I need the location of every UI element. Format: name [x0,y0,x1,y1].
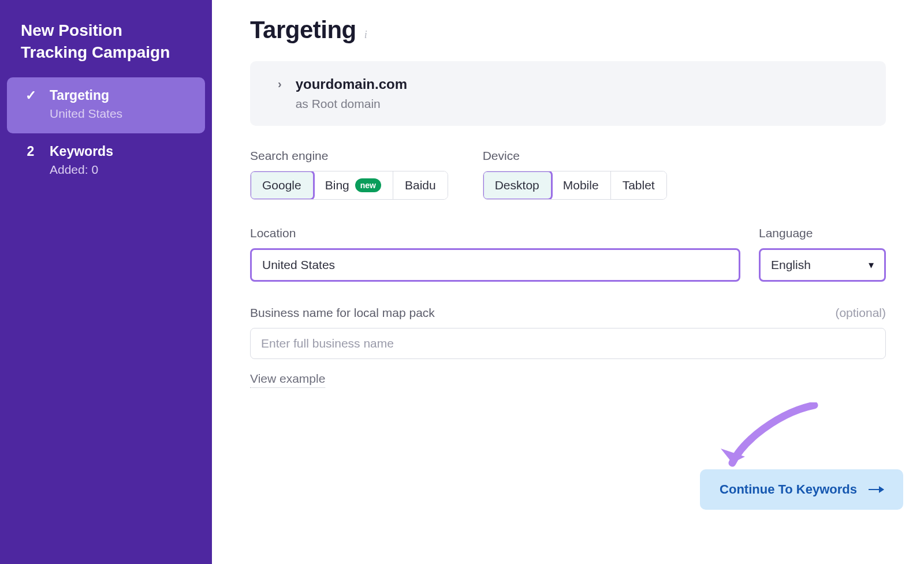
search-engine-block: Search engine Google Bingnew Baidu [250,149,448,200]
annotation-arrow-icon [716,402,826,477]
page-title: Targeting [250,16,356,44]
arrow-right-icon [869,489,884,490]
sidebar-step-keywords[interactable]: 2 Keywords Added: 0 [7,133,205,189]
domain-panel[interactable]: › yourdomain.com as Root domain [250,61,886,126]
device-block: Device Desktop Mobile Tablet [483,149,667,200]
search-engine-option-baidu[interactable]: Baidu [393,171,448,199]
business-name-input[interactable] [250,328,886,359]
language-select[interactable]: English ▾ [759,248,886,282]
device-group: Desktop Mobile Tablet [483,171,667,200]
step-label: Targeting [50,88,122,103]
info-icon[interactable]: i [364,29,367,41]
step-number: 2 [21,144,40,159]
check-icon: ✓ [21,88,40,103]
search-engine-label: Search engine [250,149,448,163]
sidebar-title: New Position Tracking Campaign [0,20,212,77]
new-badge: new [355,178,381,192]
search-engine-option-google[interactable]: Google [251,171,314,199]
business-label: Business name for local map pack [250,306,435,320]
device-option-mobile[interactable]: Mobile [552,171,611,199]
language-label: Language [759,226,886,240]
chevron-down-icon: ▾ [869,259,874,271]
step-sub: Added: 0 [50,163,113,177]
continue-label: Continue To Keywords [720,482,857,497]
location-label: Location [250,226,740,240]
device-option-tablet[interactable]: Tablet [611,171,666,199]
optional-text: (optional) [835,306,886,320]
continue-button[interactable]: Continue To Keywords [700,469,903,510]
location-input[interactable] [250,248,740,282]
step-sub: United States [50,107,122,121]
domain-name: yourdomain.com [296,76,407,92]
sidebar-step-targeting[interactable]: ✓ Targeting United States [7,77,205,133]
main-panel: Targeting i › yourdomain.com as Root dom… [212,0,924,564]
chevron-right-icon: › [278,76,282,91]
sidebar: New Position Tracking Campaign ✓ Targeti… [0,0,212,564]
search-engine-group: Google Bingnew Baidu [250,171,448,200]
device-option-desktop[interactable]: Desktop [483,171,552,199]
search-engine-option-bing[interactable]: Bingnew [314,171,393,199]
domain-subtext: as Root domain [296,97,407,111]
language-value: English [771,258,811,272]
step-label: Keywords [50,144,113,159]
device-label: Device [483,149,667,163]
view-example-link[interactable]: View example [250,372,325,388]
